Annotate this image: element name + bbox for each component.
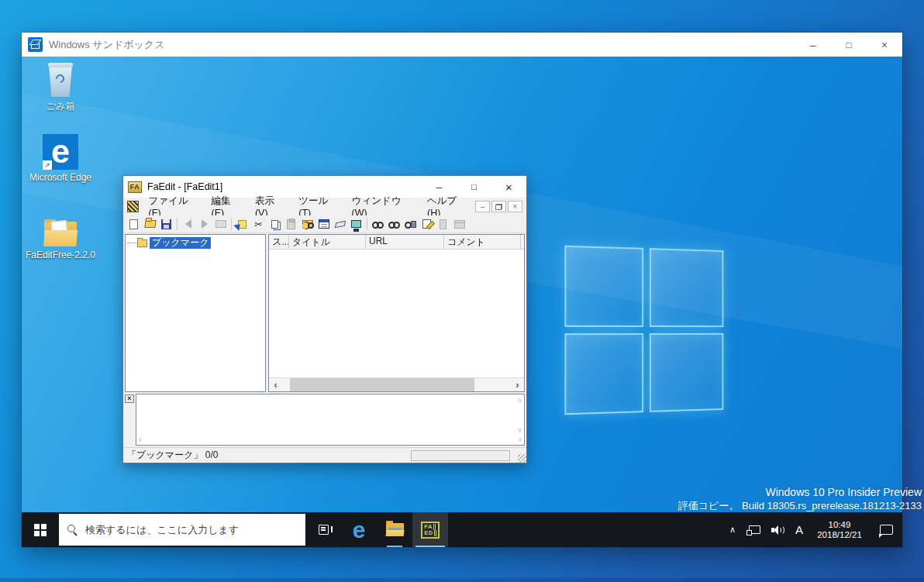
comment-textarea[interactable] (138, 395, 513, 436)
link-check-plug-icon (405, 220, 416, 228)
maximize-button[interactable]: □ (831, 33, 867, 57)
scrollbar-track[interactable] (282, 378, 511, 391)
taskbar-search[interactable] (59, 514, 305, 546)
clock-time: 10:49 (829, 520, 851, 530)
taskbar-faedit-button[interactable]: FA ED (412, 512, 448, 547)
resize-grip[interactable] (518, 454, 526, 463)
column-header-title[interactable]: タイトル (289, 235, 366, 249)
desktop-icon-edge[interactable]: e ↗ Microsoft Edge (22, 134, 99, 183)
taskbar-explorer-button[interactable] (377, 512, 412, 547)
tb-find-button[interactable] (299, 217, 315, 232)
toolbar-separator (367, 218, 367, 230)
tb-upload-button[interactable] (435, 217, 451, 232)
folder-icon (137, 239, 147, 247)
tb-edit-note-button[interactable] (419, 217, 435, 232)
tb-folder-up-button[interactable] (212, 217, 229, 232)
tb-book-button[interactable] (451, 217, 467, 232)
tb-save-button[interactable] (158, 217, 174, 232)
tb-back-button[interactable] (180, 217, 196, 232)
tree-item-bookmark[interactable]: ブックマーク (127, 236, 265, 250)
menu-view[interactable]: 表示(V) (249, 199, 292, 214)
menu-window[interactable]: ウィンドウ(W) (346, 199, 421, 214)
faedit-toolbar: ✂ (123, 215, 526, 233)
menu-tools[interactable]: ツール(T) (292, 199, 345, 214)
volume-button[interactable] (766, 512, 789, 547)
desktop-icon-recycle-bin[interactable]: ごみ箱 (22, 63, 99, 112)
active-indicator (415, 546, 445, 547)
tb-new-button[interactable] (126, 217, 142, 232)
bookmark-list-panel: ス... タイトル URL コメント ‹ › (268, 234, 525, 392)
search-input[interactable] (85, 524, 305, 536)
windows-logo-pane (650, 333, 724, 412)
task-view-button[interactable] (305, 512, 341, 547)
tb-link-check-alt-button[interactable] (386, 217, 402, 232)
mdi-minimize-button[interactable]: – (475, 201, 490, 212)
action-center-button[interactable] (870, 512, 902, 547)
properties-icon (319, 219, 329, 229)
scroll-down-icon[interactable]: ∨ (517, 425, 522, 434)
clock[interactable]: 10:49 2018/12/21 (809, 512, 870, 547)
tb-link-check-button[interactable] (370, 217, 386, 232)
close-button[interactable]: × (491, 176, 526, 198)
tb-erase-button[interactable] (332, 217, 348, 232)
scroll-right-button[interactable]: › (511, 378, 524, 391)
taskbar: e FA ED ∧ (22, 512, 902, 547)
close-button[interactable]: × (867, 33, 902, 57)
scroll-left-icon[interactable]: ‹ (139, 434, 142, 445)
menu-file[interactable]: ファイル(F) (143, 199, 205, 214)
column-header-status[interactable]: ス... (269, 235, 289, 249)
scroll-left-button[interactable]: ‹ (269, 378, 282, 391)
folder-up-icon (215, 220, 226, 228)
desktop-icon-faeditfree[interactable]: FaEditFree-2.2.0 (22, 219, 99, 260)
horizontal-scrollbar[interactable]: ‹ › (269, 377, 524, 391)
column-header-comment[interactable]: コメント (444, 235, 521, 249)
sandbox-desktop: ごみ箱 e ↗ Microsoft Edge FaEditFree-2.2.0 … (22, 57, 902, 512)
tb-import-button[interactable] (234, 217, 250, 232)
faedit-app-icon: FA (128, 181, 142, 193)
comment-editbox[interactable]: ∧ ∨ ‹ › (136, 394, 525, 446)
network-button[interactable] (743, 512, 766, 547)
copy-icon (271, 220, 278, 229)
scrollbar-thumb[interactable] (290, 378, 474, 391)
list-body-empty[interactable] (269, 250, 524, 377)
menu-help[interactable]: ヘルプ(H) (421, 199, 475, 214)
tb-paste-button[interactable] (283, 217, 299, 232)
tb-link-check-plug-button[interactable] (402, 217, 419, 232)
tb-open-button[interactable] (142, 217, 158, 232)
taskbar-edge-button[interactable]: e (341, 512, 377, 547)
scroll-right-icon[interactable]: › (519, 434, 522, 445)
tray-overflow-button[interactable]: ∧ (722, 512, 743, 547)
sandbox-titlebar[interactable]: Windows サンドボックス – □ × (22, 33, 902, 57)
mdi-window-controls: – × (475, 201, 522, 212)
column-header-url[interactable]: URL (366, 235, 444, 249)
mdi-document-icon[interactable] (127, 201, 139, 212)
recycle-bin-icon (45, 63, 76, 98)
faedit-content: ブックマーク ス... タイトル URL コメント ‹ (123, 233, 526, 393)
windows-logo-pane (564, 333, 643, 415)
tb-browser-button[interactable] (348, 217, 364, 232)
minimize-button[interactable]: – (795, 33, 831, 57)
desktop-icon-label: Microsoft Edge (29, 173, 91, 183)
shortcut-arrow-icon: ↗ (43, 160, 52, 170)
upload-disabled-icon (440, 219, 446, 229)
ime-indicator[interactable]: A (789, 512, 809, 547)
comment-close-button[interactable]: × (125, 394, 134, 403)
statusbar-pane (411, 450, 510, 461)
scroll-up-icon[interactable]: ∧ (517, 396, 522, 405)
mdi-close-button[interactable]: × (508, 201, 522, 212)
paste-icon (287, 219, 295, 229)
tb-copy-button[interactable] (267, 217, 283, 232)
eraser-icon (334, 220, 345, 227)
mdi-restore-button[interactable] (491, 201, 506, 212)
tb-cut-button[interactable]: ✂ (250, 217, 267, 232)
tb-forward-button[interactable] (196, 217, 212, 232)
cut-icon: ✂ (254, 219, 263, 229)
start-button[interactable] (22, 512, 59, 547)
edge-icon: e (353, 518, 366, 542)
tb-properties-button[interactable] (315, 217, 332, 232)
system-tray: ∧ A 10:49 2018/12/21 (722, 512, 902, 547)
bookmark-tree-panel[interactable]: ブックマーク (125, 234, 266, 392)
menu-edit[interactable]: 編集(E) (205, 199, 249, 214)
clock-date: 2018/12/21 (817, 530, 862, 540)
tree-item-label[interactable]: ブックマーク (150, 237, 211, 249)
